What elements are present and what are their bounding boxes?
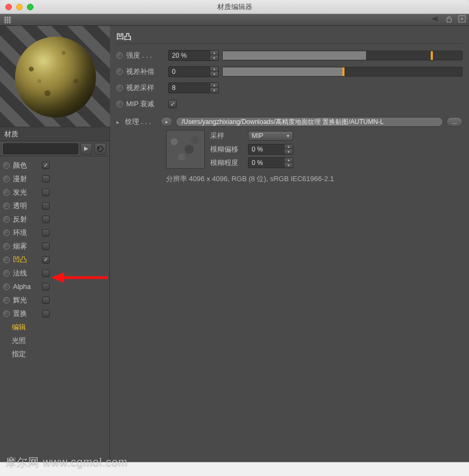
bump-panel: 凹凸 强度 . . . 20 %▲▼ 视差补偿 0▲▼ 视差采样 — [110, 26, 469, 462]
texture-info: 分辨率 4096 x 4096, RGB (8 位), sRGB IEC6196… — [166, 174, 463, 184]
texture-path-field[interactable]: /Users/yangzhixiang/Downloads/高精度地面纹理 置换… — [176, 117, 443, 127]
blur-scale-field[interactable]: 0 %▲▼ — [248, 157, 293, 168]
mip-falloff-checkbox[interactable] — [168, 100, 177, 108]
mip-falloff-label: MIP 衰减 — [126, 99, 165, 109]
material-editor-window: 材质编辑器 材质 颜色漫射发光透明反射环境烟雾凹凸法线Alpha辉光置换编辑光照… — [0, 0, 469, 462]
strength-slider[interactable] — [222, 51, 463, 60]
channel-handle-icon[interactable] — [3, 189, 10, 196]
channel-漫射[interactable]: 漫射 — [0, 172, 109, 185]
param-handle-icon[interactable] — [116, 52, 123, 59]
menu-icon[interactable] — [3, 16, 12, 24]
disclosure-icon[interactable]: ▸ — [116, 119, 122, 125]
channel-handle-icon[interactable] — [3, 284, 10, 290]
channel-透明[interactable]: 透明 — [0, 199, 109, 212]
channel-反射[interactable]: 反射 — [0, 212, 109, 226]
channel-烟雾[interactable]: 烟雾 — [0, 239, 109, 253]
channel-凹凸[interactable]: 凹凸 — [0, 253, 109, 266]
channel-label: 环境 — [13, 228, 39, 238]
channel-置换[interactable]: 置换 — [0, 307, 109, 320]
sidebar-item-编辑[interactable]: 编辑 — [0, 320, 109, 334]
watermark-text: 摩尔网 www.cgmol.com — [5, 455, 128, 470]
blur-offset-field[interactable]: 0 %▲▼ — [248, 144, 293, 155]
parallax-offset-field[interactable]: 0▲▼ — [168, 66, 219, 77]
svg-marker-6 — [431, 16, 439, 22]
channel-checkbox[interactable] — [42, 229, 50, 237]
add-icon[interactable] — [458, 15, 466, 25]
channel-label: 烟雾 — [13, 242, 39, 251]
channel-checkbox[interactable] — [42, 310, 50, 318]
param-handle-icon[interactable] — [116, 101, 123, 107]
material-preview[interactable] — [0, 26, 110, 127]
send-icon[interactable] — [430, 15, 440, 25]
blur-scale-label: 模糊程度 — [210, 158, 245, 168]
svg-marker-11 — [84, 147, 88, 151]
channel-handle-icon[interactable] — [3, 257, 10, 263]
channel-label: 反射 — [13, 215, 39, 224]
channel-checkbox[interactable] — [42, 175, 50, 183]
channel-checkbox[interactable] — [42, 296, 50, 304]
sidebar-item-指定[interactable]: 指定 — [0, 347, 109, 361]
channel-list: 颜色漫射发光透明反射环境烟雾凹凸法线Alpha辉光置换编辑光照指定 — [0, 156, 109, 363]
channel-checkbox[interactable] — [42, 270, 50, 277]
strength-field[interactable]: 20 %▲▼ — [168, 50, 219, 61]
lock-icon[interactable] — [445, 15, 453, 25]
sidebar-item-光照[interactable]: 光照 — [0, 334, 109, 347]
channel-handle-icon[interactable] — [3, 162, 10, 169]
sidebar: 材质 颜色漫射发光透明反射环境烟雾凹凸法线Alpha辉光置换编辑光照指定 — [0, 26, 110, 462]
channel-handle-icon[interactable] — [3, 176, 10, 182]
material-name-row — [0, 141, 109, 156]
preview-sphere — [15, 37, 96, 118]
svg-rect-7 — [447, 18, 451, 22]
parallax-offset-label: 视差补偿 — [126, 67, 165, 77]
param-handle-icon[interactable] — [116, 68, 123, 75]
param-handle-icon[interactable] — [116, 85, 123, 91]
channel-checkbox[interactable] — [42, 162, 50, 169]
channel-法线[interactable]: 法线 — [0, 266, 109, 280]
titlebar: 材质编辑器 — [0, 0, 469, 14]
channel-环境[interactable]: 环境 — [0, 226, 109, 239]
channel-label: 置换 — [13, 309, 39, 319]
target-picker-button[interactable] — [94, 143, 106, 155]
parallax-samples-row: 视差采样 8▲▼ — [116, 80, 463, 95]
parallax-samples-label: 视差采样 — [126, 83, 165, 93]
channel-checkbox[interactable] — [42, 216, 50, 223]
parallax-offset-row: 视差补偿 0▲▼ — [116, 64, 463, 79]
channel-checkbox[interactable] — [42, 202, 50, 210]
strength-row: 强度 . . . 20 %▲▼ — [116, 48, 463, 63]
channel-handle-icon[interactable] — [3, 243, 10, 250]
channel-Alpha[interactable]: Alpha — [0, 280, 109, 293]
channel-checkbox[interactable] — [42, 189, 50, 196]
channel-label: 漫射 — [13, 174, 39, 184]
channel-handle-icon[interactable] — [3, 311, 10, 317]
channel-checkbox[interactable] — [42, 243, 50, 250]
channel-handle-icon[interactable] — [3, 297, 10, 303]
texture-picker-button[interactable]: ▸ — [161, 117, 173, 127]
channel-label: 辉光 — [13, 295, 39, 305]
material-name-input[interactable] — [3, 143, 78, 154]
channel-label: 发光 — [13, 188, 39, 197]
channel-label: Alpha — [13, 282, 39, 291]
texture-browse-button[interactable]: ... — [446, 117, 463, 127]
strength-label: 强度 . . . — [126, 51, 165, 60]
sampling-dropdown[interactable]: MIP — [248, 131, 293, 141]
name-dropdown-button[interactable] — [80, 143, 92, 155]
channel-checkbox[interactable] — [42, 256, 50, 264]
channel-checkbox[interactable] — [42, 283, 50, 291]
channel-label: 法线 — [13, 268, 39, 278]
channel-颜色[interactable]: 颜色 — [0, 158, 109, 172]
sidebar-header: 材质 — [0, 127, 109, 141]
channel-handle-icon[interactable] — [3, 270, 10, 277]
channel-handle-icon[interactable] — [3, 216, 10, 223]
channel-handle-icon[interactable] — [3, 203, 10, 209]
texture-thumbnail[interactable] — [166, 130, 205, 169]
texture-row: ▸ 纹理 . . . ▸ /Users/yangzhixiang/Downloa… — [116, 117, 463, 127]
texture-label: 纹理 . . . — [125, 117, 157, 127]
channel-辉光[interactable]: 辉光 — [0, 293, 109, 307]
channel-label: 凹凸 — [13, 255, 39, 265]
toolbar — [0, 14, 469, 26]
channel-发光[interactable]: 发光 — [0, 185, 109, 199]
parallax-samples-field[interactable]: 8▲▼ — [168, 82, 219, 93]
parallax-offset-slider[interactable] — [222, 67, 463, 77]
channel-label: 颜色 — [13, 161, 39, 170]
channel-handle-icon[interactable] — [3, 230, 10, 236]
